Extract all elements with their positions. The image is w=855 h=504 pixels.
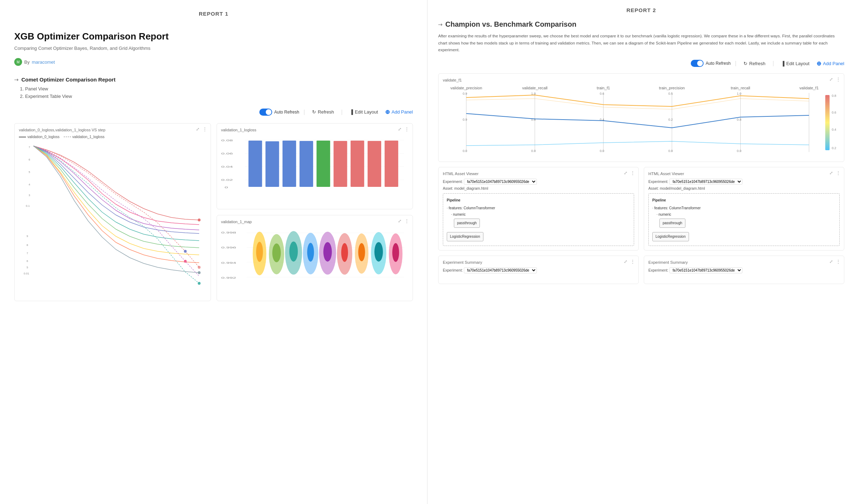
summary2-experiment-row: Experiment: fa70e5151e1047b89713c9609550… (648, 267, 840, 273)
svg-point-13 (184, 250, 187, 253)
author-name[interactable]: maracomet (32, 59, 55, 65)
r2-auto-refresh-toggle[interactable]: Auto Refresh (691, 60, 731, 67)
svg-point-17 (198, 282, 201, 285)
svg-text:0.0: 0.0 (737, 149, 741, 153)
chart-bar-actions: ⤢ ⋮ (397, 126, 410, 132)
exp-summary-row: Experiment Summary ⤢ ⋮ Experiment: fa70e… (438, 256, 844, 284)
asset2-pipeline-numeric: · numeric (657, 211, 836, 218)
toc-item-1[interactable]: 1. Panel View (20, 86, 413, 91)
chart-violin-actions: ⤢ ⋮ (397, 218, 410, 224)
svg-rect-28 (265, 141, 279, 187)
r2-add-panel-label: Add Panel (823, 61, 844, 66)
add-panel-button[interactable]: ⊕ Add Panel (385, 109, 413, 115)
violin-chart-svg: 0.998 0.996 0.994 0.992 (221, 227, 409, 284)
chart-bar-menu-btn[interactable]: ⋮ (404, 126, 410, 132)
legend-item-2: validation_1_logloss (64, 135, 104, 139)
asset2-menu-btn[interactable]: ⋮ (835, 170, 841, 176)
r2-add-panel-button[interactable]: ⊕ Add Panel (817, 60, 844, 67)
toggle-thumb (266, 109, 271, 115)
svg-text:0.5: 0.5 (668, 92, 673, 95)
summary1-menu-btn[interactable]: ⋮ (630, 259, 636, 264)
toolbar-separator-1: | (304, 109, 305, 115)
chart-bar-expand-btn[interactable]: ⤢ (397, 126, 403, 132)
charts-grid: validation_0_logloss,validation_1_loglos… (14, 123, 413, 301)
svg-point-49 (289, 241, 298, 261)
svg-text:0.6: 0.6 (600, 92, 605, 95)
svg-point-16 (198, 266, 201, 269)
chart-violin-title: validation_1_map (221, 220, 409, 224)
svg-text:validate_f1: validate_f1 (799, 86, 819, 90)
svg-text:9: 9 (26, 235, 28, 238)
asset1-menu-btn[interactable]: ⋮ (630, 170, 636, 176)
svg-text:0.998: 0.998 (221, 231, 236, 234)
asset1-asset-label: Asset: model_diagram.html (443, 186, 488, 190)
asset2-model: LogisticRegression (652, 232, 689, 241)
r2-edit-layout-button[interactable]: ▐ Edit Layout (778, 59, 812, 68)
asset1-expand-btn[interactable]: ⤢ (623, 170, 628, 176)
add-panel-icon: ⊕ (385, 109, 390, 115)
parallel-chart-title: validate_f1 (443, 78, 840, 82)
edit-layout-label: Edit Layout (355, 109, 378, 115)
chart-menu-btn[interactable]: ⋮ (202, 126, 208, 132)
r2-refresh-button[interactable]: ↻ Refresh (741, 59, 768, 68)
toc-item-2[interactable]: 2. Experiment Table View (20, 94, 413, 99)
svg-text:7: 7 (26, 252, 28, 255)
svg-text:0.4: 0.4 (832, 128, 836, 131)
asset2-pipeline-title: Pipeline (652, 197, 836, 204)
asset2-experiment-select[interactable]: fa70e5151e1047b89713c960955026de (669, 179, 742, 185)
svg-rect-31 (316, 141, 330, 187)
refresh-icon: ↻ (312, 109, 316, 115)
svg-point-12 (198, 219, 201, 221)
svg-text:4: 4 (28, 183, 30, 186)
svg-text:0.0: 0.0 (531, 149, 536, 153)
svg-text:train_precision: train_precision (659, 86, 685, 90)
legend-label-1: validation_0_logloss (27, 135, 59, 139)
asset1-experiment-label: Experiment: (443, 179, 463, 184)
asset2-expand-btn[interactable]: ⤢ (828, 170, 834, 176)
summary2-expand-btn[interactable]: ⤢ (828, 259, 834, 264)
asset1-actions: ⤢ ⋮ (623, 170, 636, 176)
svg-text:8: 8 (26, 243, 28, 247)
report1-toolbar: Auto Refresh | ↻ Refresh | ▐ Edit Layout… (14, 108, 413, 116)
champion-heading: ⇢ Champion vs. Benchmark Comparison (438, 20, 844, 28)
champion-description: After examining the results of the hyper… (438, 33, 844, 54)
exp-summary-panel-2: Experiment Summary ⤢ ⋮ Experiment: fa70e… (644, 256, 844, 284)
right-panel: REPORT 2 ⇢ Champion vs. Benchmark Compar… (428, 0, 855, 504)
main-container: REPORT 1 XGB Optimizer Comparison Report… (0, 0, 855, 504)
asset2-experiment-label: Experiment: (648, 179, 668, 184)
summary2-experiment-select[interactable]: fa70e5151e1047b89713c960955026de (669, 267, 742, 273)
summary1-expand-btn[interactable]: ⤢ (623, 259, 628, 264)
r2-refresh-icon: ↻ (743, 61, 747, 66)
r2-toggle-track[interactable] (691, 60, 704, 67)
svg-rect-33 (351, 141, 364, 187)
refresh-button[interactable]: ↻ Refresh (309, 108, 337, 116)
parallel-expand-btn[interactable]: ⤢ (828, 77, 834, 82)
svg-point-15 (198, 271, 201, 274)
chart-violin-expand-btn[interactable]: ⤢ (397, 218, 403, 224)
svg-text:0.9: 0.9 (463, 118, 467, 121)
asset1-pipeline-box: Pipeline · features: ColumnTransformer ·… (443, 193, 634, 246)
asset2-asset-row: Asset: model/model_diagram.html (648, 186, 840, 190)
chart-violin-menu-btn[interactable]: ⋮ (404, 218, 410, 224)
svg-text:0.0: 0.0 (463, 149, 467, 153)
summary1-experiment-select[interactable]: fa70e5151e1047b89713c960955026de (464, 267, 537, 273)
r2-edit-layout-icon: ▐ (781, 61, 784, 66)
svg-text:0.2: 0.2 (668, 118, 673, 121)
auto-refresh-toggle[interactable]: Auto Refresh (259, 109, 299, 116)
chart-expand-btn[interactable]: ⤢ (195, 126, 201, 132)
summary2-menu-btn[interactable]: ⋮ (835, 259, 841, 264)
refresh-label: Refresh (318, 109, 334, 115)
asset1-experiment-select[interactable]: fa70e5151e1047b89713c960955026de (464, 179, 537, 185)
asset2-pipeline-box: Pipeline · features: ColumnTransformer ·… (648, 193, 840, 246)
svg-text:0.06: 0.06 (221, 152, 233, 155)
edit-layout-button[interactable]: ▐ Edit Layout (347, 108, 381, 116)
parallel-menu-btn[interactable]: ⋮ (835, 77, 841, 82)
html-asset-title-1: HTML Asset Viewer (443, 172, 634, 176)
chart-line-panel: validation_0_logloss,validation_1_loglos… (14, 123, 211, 301)
champion-heading-text: Champion vs. Benchmark Comparison (445, 20, 576, 28)
chart-bar-panel: validation_1_logloss ⤢ ⋮ 0.08 0.06 0.04 … (217, 123, 413, 209)
asset1-pipeline-numeric: · numeric (451, 211, 630, 218)
asset2-actions: ⤢ ⋮ (828, 170, 841, 176)
toggle-track[interactable] (259, 109, 272, 116)
svg-text:0.6: 0.6 (832, 111, 836, 114)
